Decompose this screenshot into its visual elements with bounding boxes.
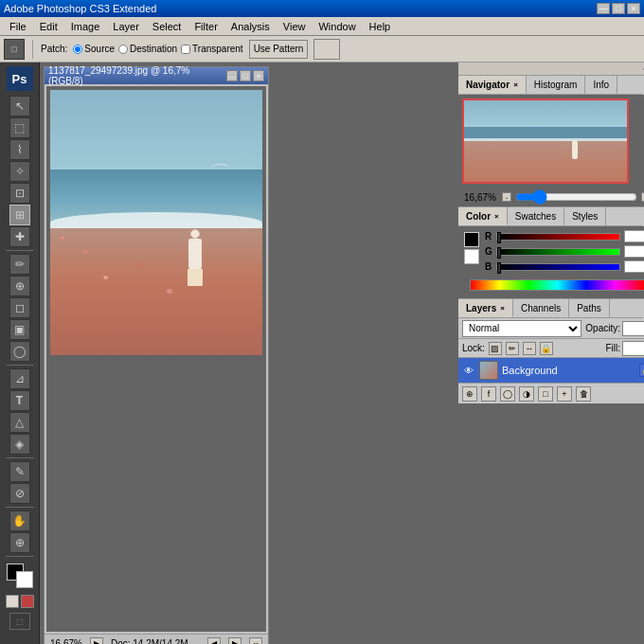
fg-preview[interactable]: [464, 232, 479, 247]
tab-navigator[interactable]: Navigator ×: [458, 76, 527, 94]
tool-eraser[interactable]: ◻: [9, 297, 30, 318]
layer-link-btn[interactable]: ⊕: [462, 386, 477, 402]
nav-controls: 16,67% - +: [458, 188, 644, 206]
rainbow-bar[interactable]: [470, 279, 644, 291]
person-legs: [188, 269, 203, 286]
nav-zoom-out[interactable]: -: [502, 192, 511, 202]
tab-layers[interactable]: Layers ×: [458, 299, 513, 317]
maximize-button[interactable]: □: [612, 3, 625, 14]
menu-image[interactable]: Image: [65, 19, 106, 34]
screen-mode[interactable]: ⬚: [9, 613, 30, 630]
tool-notes[interactable]: ✎: [9, 461, 30, 482]
status-nav-left[interactable]: ◀: [207, 637, 221, 645]
tab-color-close[interactable]: ×: [494, 212, 499, 221]
source-option[interactable]: Source: [73, 44, 115, 54]
menu-file[interactable]: File: [4, 19, 32, 34]
doc-close[interactable]: ×: [253, 70, 264, 81]
doc-image[interactable]: [50, 90, 262, 355]
doc-minimize[interactable]: —: [226, 70, 238, 81]
menu-view[interactable]: View: [277, 19, 312, 34]
tool-select[interactable]: ⬚: [9, 117, 30, 138]
background-color[interactable]: [16, 571, 33, 588]
tab-info[interactable]: Info: [585, 76, 617, 94]
pattern-preview[interactable]: [313, 39, 340, 60]
menu-analysis[interactable]: Analysis: [225, 19, 276, 34]
tool-dodge[interactable]: ◯: [9, 341, 30, 362]
use-pattern-button[interactable]: Use Pattern: [249, 40, 309, 59]
tool-eyedrop[interactable]: ⊘: [9, 483, 30, 504]
tab-channels[interactable]: Channels: [513, 299, 569, 317]
nav-zoom-slider[interactable]: [515, 191, 637, 203]
layer-new-btn[interactable]: +: [557, 386, 572, 402]
tool-brush[interactable]: ✏: [9, 254, 30, 275]
menu-window[interactable]: Window: [313, 19, 361, 34]
g-track[interactable]: [496, 248, 620, 256]
status-resize[interactable]: ↔: [249, 637, 262, 645]
tool-lasso[interactable]: ⌇: [9, 139, 30, 160]
tool-zoom[interactable]: ⊕: [9, 532, 30, 553]
menu-layer[interactable]: Layer: [107, 19, 145, 34]
r-handle[interactable]: [497, 232, 501, 243]
tab-paths[interactable]: Paths: [569, 299, 610, 317]
nav-preview[interactable]: [462, 98, 629, 184]
opacity-value[interactable]: 100%: [622, 321, 644, 336]
b-track[interactable]: [496, 263, 620, 271]
bg-preview[interactable]: [464, 249, 479, 264]
tab-color[interactable]: Color ×: [458, 207, 508, 225]
title-bar-buttons: — □ ×: [597, 3, 640, 14]
r-value[interactable]: 0: [624, 230, 644, 242]
status-nav-right[interactable]: ▶: [228, 637, 242, 645]
tool-magic-wand[interactable]: ✧: [9, 161, 30, 182]
quick-mask-off[interactable]: [6, 595, 19, 608]
layer-mask-btn[interactable]: ◯: [500, 386, 515, 402]
layer-adj-btn[interactable]: ◑: [519, 386, 534, 402]
tool-shape[interactable]: △: [9, 412, 30, 433]
color-tab-spacer: [606, 207, 643, 225]
menu-edit[interactable]: Edit: [34, 19, 63, 34]
fill-value[interactable]: 100%: [622, 341, 644, 356]
g-handle[interactable]: [497, 247, 501, 259]
lock-position[interactable]: ↔: [523, 342, 536, 355]
quick-mask-on[interactable]: [21, 595, 34, 608]
tool-text[interactable]: T: [9, 390, 30, 411]
doc-maximize[interactable]: □: [240, 70, 251, 81]
destination-option[interactable]: Destination: [118, 44, 177, 54]
tool-clone[interactable]: ⊕: [9, 276, 30, 296]
tool-sep-1: [6, 250, 34, 251]
background-layer[interactable]: 👁 Background 🔒: [458, 358, 644, 383]
menu-filter[interactable]: Filter: [188, 19, 223, 34]
layer-style-btn[interactable]: f: [481, 386, 496, 402]
g-value[interactable]: 0: [624, 245, 644, 258]
tab-histogram[interactable]: Histogram: [527, 76, 586, 94]
tool-hand[interactable]: ✋: [9, 510, 30, 531]
tool-patch[interactable]: ⊞: [9, 205, 30, 225]
tab-styles[interactable]: Styles: [564, 207, 606, 225]
lock-transparent[interactable]: ▨: [489, 342, 502, 355]
tool-move[interactable]: ↖: [9, 96, 30, 116]
close-button[interactable]: ×: [627, 3, 640, 14]
tool-3d[interactable]: ◈: [9, 434, 30, 455]
tool-heal[interactable]: ✚: [9, 226, 30, 247]
status-info-btn[interactable]: ▶: [90, 637, 103, 645]
layer-delete-btn[interactable]: 🗑: [576, 386, 591, 402]
color-sliders: R 0 G 0: [458, 226, 644, 298]
layer-group-btn[interactable]: □: [538, 386, 553, 402]
menu-help[interactable]: Help: [364, 19, 397, 34]
tool-gradient[interactable]: ▣: [9, 319, 30, 340]
lock-all[interactable]: 🔒: [540, 342, 553, 355]
tab-swatches[interactable]: Swatches: [508, 207, 564, 225]
b-value[interactable]: 0: [624, 260, 644, 273]
lock-image[interactable]: ✏: [506, 342, 519, 355]
tool-pen[interactable]: ⊿: [9, 368, 30, 389]
blend-mode-select[interactable]: Normal: [462, 320, 581, 337]
tool-sep-3: [6, 457, 34, 458]
transparent-option[interactable]: Transparent: [181, 44, 243, 54]
menu-select[interactable]: Select: [147, 19, 188, 34]
tool-crop[interactable]: ⊡: [9, 183, 30, 204]
tab-navigator-close[interactable]: ×: [513, 80, 518, 89]
b-handle[interactable]: [497, 262, 501, 274]
layer-visibility[interactable]: 👁: [462, 364, 475, 377]
tab-layers-close[interactable]: ×: [500, 304, 505, 313]
minimize-button[interactable]: —: [597, 3, 610, 14]
r-track[interactable]: [496, 233, 620, 241]
